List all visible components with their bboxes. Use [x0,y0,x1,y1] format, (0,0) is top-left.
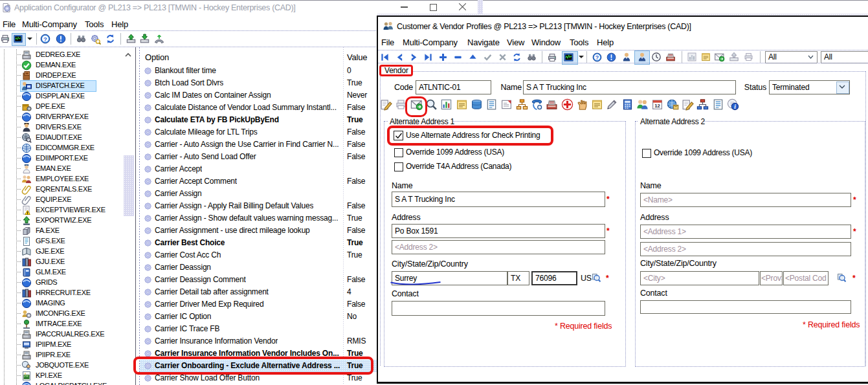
svg-text:?: ? [43,36,47,43]
svg-text:12: 12 [654,103,660,109]
svg-text:i: i [734,104,736,110]
svg-text:?: ? [595,54,599,61]
